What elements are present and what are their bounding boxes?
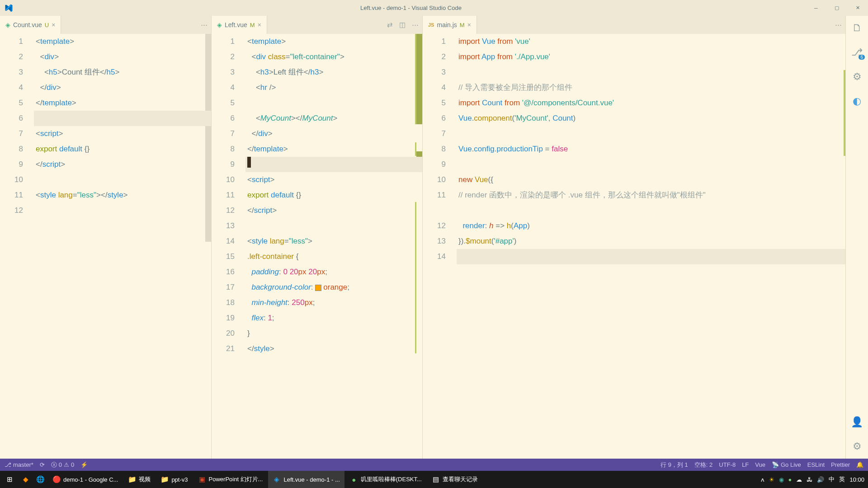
tab-bar-3: JS main.js M × ⋯ xyxy=(423,16,845,34)
eslint[interactable]: ESLint xyxy=(807,461,825,468)
close-icon[interactable]: × xyxy=(258,21,261,28)
cursor-position[interactable]: 行 9，列 1 xyxy=(660,461,688,469)
eol[interactable]: LF xyxy=(742,461,749,468)
taskbar: ⊞ ◆ 🌐 🔴demo-1 - Google C... 📁视频 📁ppt-v3 … xyxy=(0,471,868,488)
activity-bar: 🗋 ⎇6 ⚙ ◐ 👤 ⚙ xyxy=(845,16,868,459)
taskbar-chrome[interactable]: 🔴demo-1 - Google C... xyxy=(48,471,123,488)
taskbar-chat[interactable]: ●叽里呱啦棒棒(DESKT... xyxy=(345,471,426,488)
sync-icon[interactable]: ⟳ xyxy=(40,461,45,468)
tab-bar-2: ◈ Left.vue M × ⇄ ◫ ⋯ xyxy=(212,16,422,34)
cursor xyxy=(247,157,251,168)
statusbar: ⎇ master* ⟳ ⓧ 0 ⚠ 0 ⚡ 行 9，列 1 空格: 2 UTF-… xyxy=(0,459,868,471)
source-control-icon[interactable]: ⎇6 xyxy=(851,47,863,58)
taskbar-folder-video[interactable]: 📁视频 xyxy=(123,471,155,488)
language-mode[interactable]: Vue xyxy=(755,461,765,468)
window-title: Left.vue - demo-1 - Visual Studio Code xyxy=(16,5,806,11)
prettier[interactable]: Prettier xyxy=(831,461,850,468)
extensions-icon[interactable]: ⚙ xyxy=(853,71,862,83)
color-swatch[interactable] xyxy=(315,285,321,291)
taskbar-folder-ppt[interactable]: 📁ppt-v3 xyxy=(156,471,192,488)
split-icon[interactable]: ◫ xyxy=(399,21,406,29)
vscode-icon xyxy=(5,4,13,12)
gutter: 1234567891011121314 xyxy=(423,34,457,459)
debug-icon[interactable]: ⚡ xyxy=(80,461,88,468)
close-button[interactable]: ✕ xyxy=(847,0,868,16)
ime-en[interactable]: 英 xyxy=(839,475,845,483)
gutter: 123456789101112 xyxy=(0,34,34,459)
volume-icon[interactable]: 🔊 xyxy=(817,476,824,483)
go-live[interactable]: 📡 Go Live xyxy=(772,461,801,468)
tray-icon[interactable]: ◉ xyxy=(779,476,784,483)
close-icon[interactable]: × xyxy=(52,21,55,28)
maximize-button[interactable]: ▢ xyxy=(826,0,847,16)
ime-cn[interactable]: 中 xyxy=(829,475,835,483)
clock[interactable]: 10:00 xyxy=(849,476,864,483)
tab-bar-1: ◈ Count.vue U × ⋯ xyxy=(0,16,211,34)
editor-main[interactable]: 1234567891011121314 import Vue from 'vue… xyxy=(423,34,845,459)
compare-icon[interactable]: ⇄ xyxy=(387,21,393,29)
notifications-icon[interactable]: 🔔 xyxy=(856,461,863,468)
titlebar: Left.vue - demo-1 - Visual Studio Code ─… xyxy=(0,0,868,16)
indentation[interactable]: 空格: 2 xyxy=(694,461,712,469)
tray-up-icon[interactable]: ʌ xyxy=(761,476,764,483)
explorer-icon[interactable]: 🗋 xyxy=(852,22,862,34)
tray-icon[interactable]: ● xyxy=(788,476,792,483)
vue-icon: ◈ xyxy=(217,21,222,28)
git-branch[interactable]: ⎇ master* xyxy=(5,461,33,468)
more-icon[interactable]: ⋯ xyxy=(835,21,842,29)
js-icon: JS xyxy=(428,22,434,28)
more-icon[interactable]: ⋯ xyxy=(412,21,419,29)
start-button[interactable]: ⊞ xyxy=(1,471,18,488)
problems[interactable]: ⓧ 0 ⚠ 0 xyxy=(51,461,74,469)
account-icon[interactable]: 👤 xyxy=(851,416,863,428)
network-icon[interactable]: 🖧 xyxy=(807,476,812,483)
minimize-button[interactable]: ─ xyxy=(806,0,826,16)
editor-left[interactable]: 123456789101112131415161718192021 <templ… xyxy=(212,34,422,459)
taskbar-chatlog[interactable]: ▤查看聊天记录 xyxy=(427,471,482,488)
more-icon[interactable]: ⋯ xyxy=(201,21,208,29)
taskbar-app[interactable]: ◆ xyxy=(19,471,33,488)
taskbar-powerpoint[interactable]: ▣PowerPoint 幻灯片... xyxy=(193,471,268,488)
tray-icon[interactable]: ☀ xyxy=(769,476,774,483)
tab-left-vue[interactable]: ◈ Left.vue M × xyxy=(212,16,267,34)
tray-icon[interactable]: ☁ xyxy=(796,476,802,483)
close-icon[interactable]: × xyxy=(467,21,471,28)
tab-main-js[interactable]: JS main.js M × xyxy=(423,16,477,34)
editor-count[interactable]: 123456789101112 <template> <div> <h5>Cou… xyxy=(0,34,211,459)
vue-icon: ◈ xyxy=(5,21,10,28)
settings-icon[interactable]: ⚙ xyxy=(853,441,862,452)
encoding[interactable]: UTF-8 xyxy=(719,461,736,468)
tab-count-vue[interactable]: ◈ Count.vue U × xyxy=(0,16,61,34)
taskbar-vscode[interactable]: ◈Left.vue - demo-1 - ... xyxy=(268,471,344,488)
edge-icon[interactable]: ◐ xyxy=(853,95,861,107)
gutter: 123456789101112131415161718192021 xyxy=(212,34,245,459)
taskbar-app[interactable]: 🌐 xyxy=(33,471,47,488)
